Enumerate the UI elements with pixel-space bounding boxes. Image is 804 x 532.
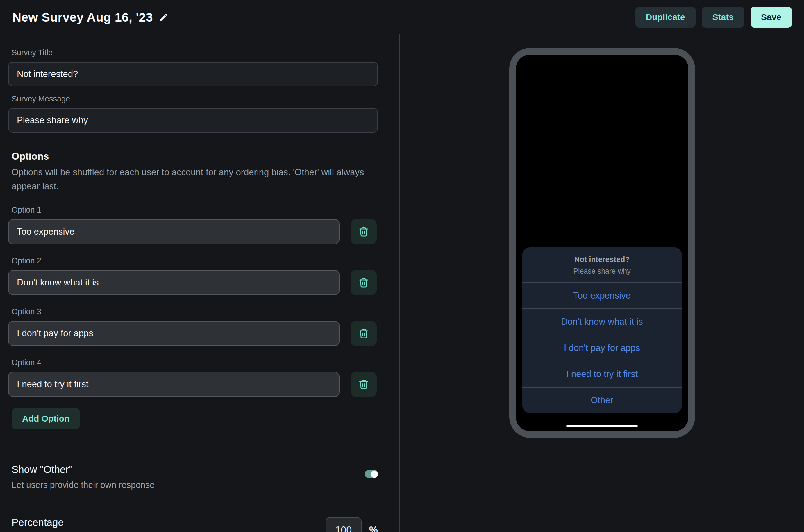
percentage-controls: % [326, 517, 378, 532]
header-buttons: Duplicate Stats Save [635, 7, 792, 27]
trash-icon [358, 379, 369, 390]
option-2-input[interactable] [8, 270, 340, 295]
toggle-knob [370, 470, 378, 478]
delete-option-3-button[interactable] [350, 321, 377, 346]
option-1-row [8, 219, 378, 244]
trash-icon [358, 328, 369, 339]
phone-screen: Not interested? Please share why Too exp… [516, 55, 688, 431]
trash-icon [358, 226, 369, 237]
edit-title-pencil-icon[interactable] [159, 13, 169, 22]
page-title: New Survey Aug 16, '23 [12, 10, 153, 24]
main-content: Survey Title Survey Message Options Opti… [0, 34, 804, 532]
preview-pane: Not interested? Please share why Too exp… [400, 34, 804, 532]
preview-option-too-expensive[interactable]: Too expensive [522, 282, 682, 308]
option-3-row [8, 321, 378, 346]
survey-title-label: Survey Title [12, 48, 378, 57]
phone-mockup: Not interested? Please share why Too exp… [509, 48, 695, 438]
option-4-label: Option 4 [12, 358, 378, 367]
show-other-description: Let users provide their own response [12, 480, 155, 490]
percentage-input[interactable] [326, 517, 362, 532]
show-other-toggle[interactable] [364, 470, 378, 478]
preview-option-other[interactable]: Other [522, 387, 682, 413]
delete-option-1-button[interactable] [350, 219, 377, 244]
duplicate-button[interactable]: Duplicate [635, 7, 695, 27]
percentage-text: Percentage How many paywalled users shou… [12, 517, 219, 532]
dialog-header: Not interested? Please share why [522, 247, 682, 282]
option-1-input[interactable] [8, 219, 340, 244]
percentage-section: Percentage How many paywalled users shou… [12, 517, 378, 532]
home-indicator [566, 425, 638, 428]
option-4-input[interactable] [8, 372, 340, 397]
option-4-row [8, 372, 378, 397]
show-other-section: Show "Other" Let users provide their own… [12, 464, 378, 490]
option-2-label: Option 2 [12, 256, 378, 265]
title-wrap: New Survey Aug 16, '23 [12, 10, 169, 24]
delete-option-2-button[interactable] [350, 270, 377, 295]
percentage-heading: Percentage [12, 517, 219, 528]
show-other-text: Show "Other" Let users provide their own… [12, 464, 155, 490]
survey-form-pane: Survey Title Survey Message Options Opti… [0, 34, 400, 532]
stats-button[interactable]: Stats [702, 7, 744, 27]
option-2-row [8, 270, 378, 295]
trash-icon [358, 277, 369, 288]
preview-option-try-first[interactable]: I need to try it first [522, 361, 682, 387]
show-other-heading: Show "Other" [12, 464, 155, 475]
dialog-title: Not interested? [528, 255, 676, 264]
option-3-label: Option 3 [12, 307, 378, 316]
options-heading: Options [12, 151, 378, 162]
percent-sign: % [369, 524, 378, 532]
survey-message-label: Survey Message [12, 94, 378, 103]
survey-title-input[interactable] [8, 62, 378, 86]
survey-message-input[interactable] [8, 108, 378, 133]
preview-option-dont-know[interactable]: Don't know what it is [522, 308, 682, 335]
delete-option-4-button[interactable] [350, 372, 377, 397]
option-3-input[interactable] [8, 321, 340, 346]
option-1-label: Option 1 [12, 206, 378, 214]
dialog-message: Please share why [528, 267, 676, 275]
survey-preview-dialog: Not interested? Please share why Too exp… [522, 247, 682, 413]
preview-option-dont-pay[interactable]: I don't pay for apps [522, 335, 682, 361]
options-description: Options will be shuffled for each user t… [12, 166, 369, 193]
add-option-button[interactable]: Add Option [12, 408, 80, 430]
app-header: New Survey Aug 16, '23 Duplicate Stats S… [0, 0, 804, 34]
save-button[interactable]: Save [750, 7, 792, 27]
